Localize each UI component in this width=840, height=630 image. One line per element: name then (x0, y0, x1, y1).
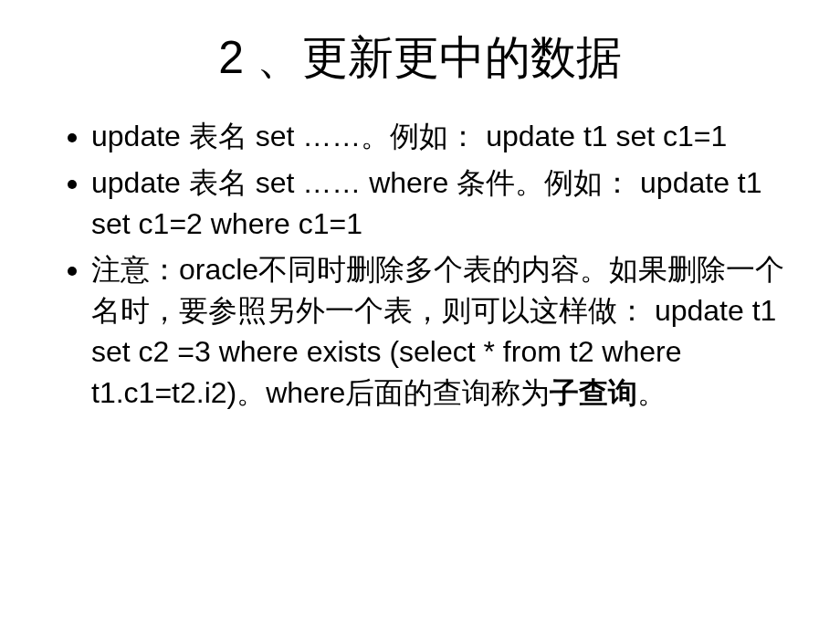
slide: 2 、更新更中的数据 update 表名 set ……。例如： update t… (0, 0, 840, 630)
slide-title: 2 、更新更中的数据 (55, 27, 785, 89)
list-item-text-post: 。 (637, 376, 667, 409)
list-item: update 表名 set ……。例如： update t1 set c1=1 (91, 116, 785, 157)
list-item: 注意：oracle不同时删除多个表的内容。如果删除一个名时，要参照另外一个表，则… (91, 249, 785, 413)
list-item-text-pre: 注意：oracle不同时删除多个表的内容。如果删除一个名时，要参照另外一个表，则… (91, 253, 784, 408)
list-item: update 表名 set …… where 条件。例如： update t1 … (91, 163, 785, 245)
list-item-text-bold: 子查询 (550, 376, 637, 409)
bullet-list: update 表名 set ……。例如： update t1 set c1=1 … (55, 116, 785, 414)
